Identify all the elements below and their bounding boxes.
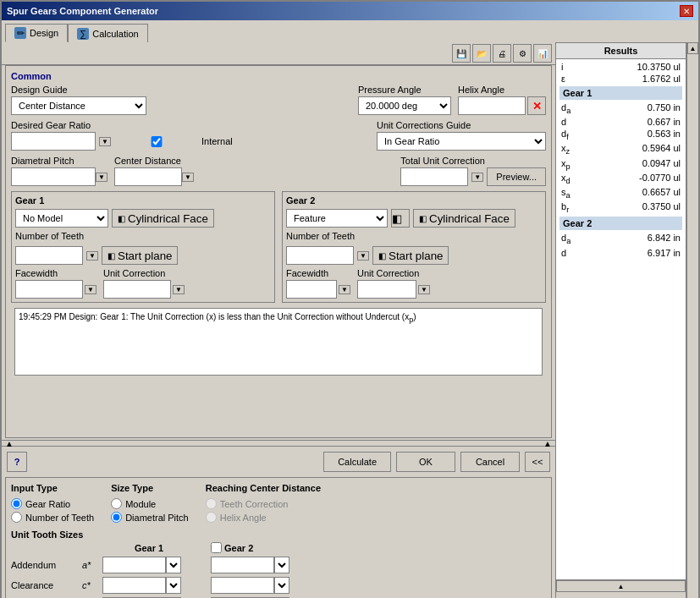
gear2-teeth-label: Number of Teeth bbox=[286, 231, 355, 241]
total-unit-correction-input[interactable]: 0.0000 ul bbox=[400, 167, 468, 186]
gear-ratio-input[interactable]: 10.4000 ul bbox=[11, 132, 96, 151]
expand-right-arrow: ▲ bbox=[543, 439, 552, 448]
right-scroll-up[interactable]: ▲ bbox=[687, 42, 698, 54]
expand-bar[interactable]: ▲ ▲ bbox=[2, 440, 555, 447]
help-button[interactable]: ? bbox=[7, 452, 27, 472]
gear1-facewidth-spin[interactable]: ▼ bbox=[85, 285, 96, 294]
ok-button[interactable]: OK bbox=[396, 452, 455, 472]
design-guide-label: Design Guide bbox=[11, 85, 146, 95]
module-radio-label[interactable]: Module bbox=[111, 498, 189, 509]
gear2-model-select[interactable]: Feature bbox=[286, 209, 388, 228]
print-button[interactable]: 🖨 bbox=[493, 44, 511, 63]
gear1-model-row: No Model ◧ Cylindrical Face bbox=[15, 209, 271, 228]
gear2-feature-icon-button[interactable]: ◧ bbox=[391, 209, 410, 228]
gear1-unit-correction-spin[interactable]: ▼ bbox=[173, 285, 185, 294]
gear2-unit-correction-spin[interactable]: ▼ bbox=[418, 285, 430, 294]
helix-angle-group: Helix Angle 0.0000 deg ✕ bbox=[458, 85, 546, 115]
clearance-g2-dropdown[interactable]: ▼ bbox=[274, 577, 289, 594]
result-label-da2: da bbox=[561, 233, 570, 245]
center-distance-input[interactable]: 3.125 in bbox=[114, 167, 182, 186]
internal-checkbox[interactable] bbox=[114, 136, 199, 147]
calculate-button[interactable]: Calculate bbox=[323, 452, 391, 472]
center-distance-group: Center Distance 3.125 in ▼ bbox=[114, 156, 194, 186]
module-radio[interactable] bbox=[111, 498, 122, 509]
diametral-pitch-input[interactable]: 24.0000 ul/in bbox=[11, 167, 96, 186]
result-value-xd: -0.0770 ul bbox=[630, 173, 681, 185]
reaching-title: Reaching Center Distance bbox=[206, 483, 321, 493]
helix-angle-clear-button[interactable]: ✕ bbox=[527, 96, 546, 115]
result-label-xd: xd bbox=[561, 173, 570, 185]
pressure-angle-input-group: 20.0000 deg bbox=[358, 96, 451, 115]
gear1-facewidth-label: Facewidth bbox=[15, 268, 96, 278]
tab-design[interactable]: ✏ Design bbox=[5, 24, 68, 42]
diametral-pitch-radio-text: Diametral Pitch bbox=[125, 513, 189, 523]
design-guide-row: Design Guide Center Distance Pressure An… bbox=[11, 85, 546, 115]
result-row-da1: da 0.750 in bbox=[559, 101, 682, 116]
expand-button[interactable]: << bbox=[525, 452, 550, 472]
preview-button[interactable]: Preview... bbox=[487, 167, 546, 186]
bottom-panel: Input Type Gear Ratio Number of Teeth Si… bbox=[5, 477, 552, 598]
gear-ratio-radio-label[interactable]: Gear Ratio bbox=[11, 498, 94, 509]
gear2-facewidth-input[interactable]: 0.25 in bbox=[286, 280, 337, 299]
gear2-teeth-spin[interactable]: ▼ bbox=[357, 251, 369, 261]
diametral-pitch-radio-label[interactable]: Diametral Pitch bbox=[111, 512, 189, 523]
save-button[interactable]: 💾 bbox=[452, 44, 471, 63]
gear2-start-plane-button[interactable]: ◧ Start plane bbox=[372, 246, 449, 265]
gear2-teeth-input[interactable]: 166 ul bbox=[286, 246, 354, 265]
right-scrollbar: ▲ ▼ bbox=[686, 42, 698, 598]
clearance-g2-input[interactable]: 0.2500 ul bbox=[211, 577, 274, 594]
design-icon: ✏ bbox=[14, 27, 26, 39]
result-value-d1: 0.667 in bbox=[630, 117, 681, 127]
addendum-g2-input[interactable]: 1.0000 ul bbox=[211, 557, 274, 573]
gear1-cylindrical-face-button[interactable]: ◧ Cylindrical Face bbox=[112, 209, 214, 228]
number-of-teeth-radio[interactable] bbox=[11, 512, 22, 523]
internal-checkbox-label[interactable]: Internal bbox=[114, 136, 233, 147]
clearance-label: Clearance bbox=[11, 580, 79, 590]
cancel-button[interactable]: Cancel bbox=[460, 452, 520, 472]
gear1-facewidth-input[interactable]: 0.25000 in bbox=[15, 280, 83, 299]
gear-ratio-spin-down[interactable]: ▼ bbox=[99, 137, 111, 146]
clearance-g1-input[interactable]: 0.2500 ul bbox=[102, 577, 166, 594]
gear2-unit-correction-input[interactable]: -0.0000 ul bbox=[357, 280, 416, 299]
result-value-br: 0.3750 ul bbox=[630, 201, 681, 214]
tab-calculation[interactable]: ∑ Calculation bbox=[68, 24, 147, 42]
design-guide-select[interactable]: Center Distance bbox=[11, 96, 146, 115]
gear1-unit-correction-input[interactable]: 0.0000 ul bbox=[103, 280, 171, 299]
gear2-facewidth-label: Facewidth bbox=[286, 268, 350, 278]
addendum-g1-input[interactable]: 1.0000 ul bbox=[102, 557, 166, 573]
diametral-pitch-spin[interactable]: ▼ bbox=[96, 173, 107, 182]
results-scroll-up[interactable]: ▲ bbox=[556, 580, 686, 592]
result-row-d2: d 6.917 in bbox=[559, 247, 682, 259]
center-distance-spin[interactable]: ▼ bbox=[182, 173, 194, 182]
gear1-model-select[interactable]: No Model bbox=[15, 209, 108, 228]
gear2-cylindrical-face-button[interactable]: ◧ Cylindrical Face bbox=[413, 209, 515, 228]
result-row-xz: xz 0.5964 ul bbox=[559, 142, 682, 156]
chart-button[interactable]: 📊 bbox=[533, 44, 552, 63]
total-unit-correction-group: Total Unit Correction 0.0000 ul ▼ Previe… bbox=[400, 156, 546, 186]
results-panel: Results i 10.3750 ul ε 1.6762 ul Gear 1 … bbox=[555, 42, 686, 598]
size-type-section: Size Type Module Diametral Pitch bbox=[111, 483, 189, 523]
addendum-g2-dropdown[interactable]: ▼ bbox=[274, 557, 289, 573]
number-of-teeth-radio-label[interactable]: Number of Teeth bbox=[11, 512, 94, 523]
pressure-angle-select[interactable]: 20.0000 deg bbox=[358, 96, 451, 115]
gear2-facewidth-spin[interactable]: ▼ bbox=[339, 285, 350, 294]
open-button[interactable]: 📂 bbox=[472, 44, 491, 63]
unit-corrections-select[interactable]: In Gear Ratio bbox=[377, 132, 546, 151]
result-value-d2: 6.917 in bbox=[630, 248, 681, 258]
gear2-header-checkbox[interactable] bbox=[211, 542, 222, 553]
bottom-sections: Input Type Gear Ratio Number of Teeth Si… bbox=[11, 483, 546, 523]
diametral-pitch-radio[interactable] bbox=[111, 512, 122, 523]
gear2-facewidth-group: Facewidth 0.25 in ▼ bbox=[286, 268, 350, 299]
close-button[interactable]: ✕ bbox=[680, 5, 693, 17]
gear1-teeth-spin[interactable]: ▼ bbox=[86, 251, 98, 261]
settings-button[interactable]: ⚙ bbox=[513, 44, 532, 63]
clearance-coeff: c* bbox=[82, 580, 99, 590]
helix-angle-input[interactable]: 0.0000 deg bbox=[458, 96, 526, 115]
result-row-epsilon: ε 1.6762 ul bbox=[559, 73, 682, 85]
gear1-start-plane-button[interactable]: ◧ Start plane bbox=[102, 246, 178, 265]
total-unit-correction-spin[interactable]: ▼ bbox=[471, 173, 483, 182]
gear1-teeth-input[interactable]: 16 ul bbox=[15, 246, 83, 265]
gear-ratio-radio[interactable] bbox=[11, 498, 22, 509]
clearance-g1-dropdown[interactable]: ▼ bbox=[166, 577, 181, 594]
addendum-g1-dropdown[interactable]: ▼ bbox=[166, 557, 181, 573]
